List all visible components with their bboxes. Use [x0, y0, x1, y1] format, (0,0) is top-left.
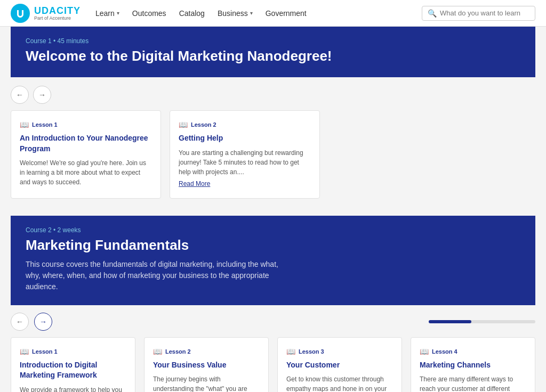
course2-nav-arrows: ← → — [11, 305, 535, 337]
course2-lesson-1-title: Introduction to Digital Marketing Framew… — [20, 360, 126, 381]
book-icon: 📖 — [153, 347, 162, 356]
udacity-logo-icon — [11, 4, 30, 23]
course2-lesson-2-label: 📖 Lesson 2 — [153, 347, 260, 356]
course1-lesson-1-title: An Introduction to Your Nanodegree Progr… — [20, 133, 152, 154]
book-icon: 📖 — [20, 120, 29, 129]
course1-lesson-2-card: 📖 Lesson 2 Getting Help You are starting… — [170, 110, 320, 199]
logo-text: UDACITY — [34, 5, 81, 16]
course1-lesson-2-desc: You are starting a challenging but rewar… — [179, 148, 311, 189]
course2-header: Course 2 • 2 weeks Marketing Fundamental… — [11, 216, 535, 305]
course2-lesson-1-desc: We provide a framework to help you make … — [20, 385, 126, 392]
course1-lesson-1-desc: Welcome! We're so glad you're here. Join… — [20, 158, 152, 187]
learn-chevron-icon: ▾ — [117, 10, 119, 16]
course2-lesson-4-label: 📖 Lesson 4 — [420, 347, 526, 356]
course2-progress-fill — [429, 320, 471, 323]
course1-prev-button[interactable]: ← — [11, 86, 29, 104]
book-icon: 📖 — [286, 347, 295, 356]
course1-nav-arrows: ← → — [11, 77, 535, 110]
course2-lesson-3-card: 📖 Lesson 3 Your Customer Get to know thi… — [277, 337, 402, 392]
course1-section: Course 1 • 45 minutes Welcome to the Dig… — [11, 27, 535, 199]
course2-lesson-2-title: Your Business Value — [153, 360, 260, 371]
course2-lesson-3-desc: Get to know this customer through empath… — [286, 374, 393, 392]
search-icon: 🔍 — [428, 9, 437, 18]
nav-outcomes[interactable]: Outcomes — [132, 1, 166, 26]
course1-lessons-grid: 📖 Lesson 1 An Introduction to Your Nanod… — [11, 110, 320, 199]
course1-lesson-2-title: Getting Help — [179, 133, 311, 144]
book-icon: 📖 — [20, 347, 29, 356]
nav-government[interactable]: Government — [266, 1, 307, 26]
search-bar[interactable]: 🔍 — [422, 6, 535, 21]
course1-lesson-2-read-more[interactable]: Read More — [179, 179, 210, 189]
nav-business[interactable]: Business ▾ — [218, 1, 253, 26]
course1-header: Course 1 • 45 minutes Welcome to the Dig… — [11, 27, 535, 77]
course2-lesson-1-card: 📖 Lesson 1 Introduction to Digital Marke… — [11, 337, 135, 392]
course2-lesson-2-card: 📖 Lesson 2 Your Business Value The journ… — [144, 337, 269, 392]
main-content: Course 1 • 45 minutes Welcome to the Dig… — [0, 27, 546, 392]
logo-sub: Part of Accenture — [34, 15, 81, 21]
nav-learn[interactable]: Learn ▾ — [95, 1, 119, 26]
nav-links: Learn ▾ Outcomes Catalog Business ▾ Gove… — [95, 1, 422, 26]
course1-lesson-1-card: 📖 Lesson 1 An Introduction to Your Nanod… — [11, 110, 161, 199]
business-chevron-icon: ▾ — [250, 10, 253, 16]
course2-lesson-1-label: 📖 Lesson 1 — [20, 347, 126, 356]
navbar: UDACITY Part of Accenture Learn ▾ Outcom… — [0, 0, 546, 27]
course2-lessons-grid: 📖 Lesson 1 Introduction to Digital Marke… — [11, 337, 535, 392]
course1-next-button[interactable]: → — [33, 86, 51, 104]
course2-description: This course covers the fundamentals of d… — [26, 259, 292, 292]
course2-lesson-3-title: Your Customer — [286, 360, 393, 371]
course1-lesson-1-label: 📖 Lesson 1 — [20, 120, 152, 129]
logo[interactable]: UDACITY Part of Accenture — [11, 4, 81, 23]
course2-progress-track — [429, 320, 535, 323]
course1-lesson-2-label: 📖 Lesson 2 — [179, 120, 311, 129]
course2-lesson-2-desc: The journey begins with understanding th… — [153, 374, 260, 392]
nav-catalog[interactable]: Catalog — [179, 1, 205, 26]
course2-section: Course 2 • 2 weeks Marketing Fundamental… — [11, 216, 535, 392]
search-input[interactable] — [440, 9, 529, 17]
course2-next-button[interactable]: → — [34, 313, 52, 331]
course2-lesson-4-title: Marketing Channels — [420, 360, 526, 371]
svg-point-0 — [11, 4, 30, 23]
book-icon: 📖 — [179, 120, 188, 129]
course1-title: Welcome to the Digital Marketing Nanodeg… — [26, 48, 520, 64]
course2-lesson-3-label: 📖 Lesson 3 — [286, 347, 393, 356]
course2-lesson-4-card: 📖 Lesson 4 Marketing Channels There are … — [411, 337, 535, 392]
book-icon: 📖 — [420, 347, 429, 356]
course2-lesson-4-desc: There are many different ways to reach y… — [420, 374, 526, 392]
course2-meta: Course 2 • 2 weeks — [26, 226, 520, 234]
course1-meta: Course 1 • 45 minutes — [26, 37, 520, 45]
course2-prev-button[interactable]: ← — [11, 313, 29, 331]
course2-title: Marketing Fundamentals — [26, 237, 520, 254]
